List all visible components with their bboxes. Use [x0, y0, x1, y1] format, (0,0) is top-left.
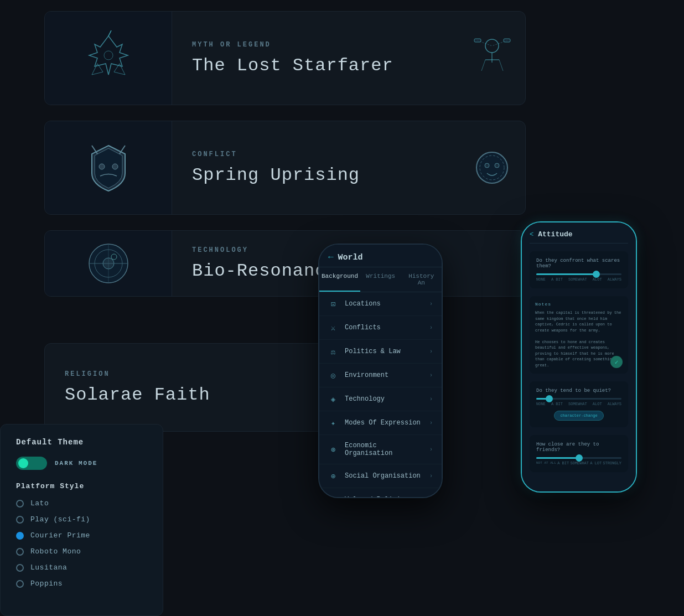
religion-area: RELIGION Solarae Faith [44, 343, 360, 432]
attitude-section-1: Do they confront what scares them? NONEA… [530, 251, 628, 288]
font-label-play: Play (sci-fi) [30, 515, 90, 524]
notes-text: When the capital is threatened by the sa… [535, 310, 623, 368]
card-content-religion: RELIGION Solarae Faith [45, 355, 359, 421]
menu-economic[interactable]: ⊛ Economic Organisation › [319, 435, 442, 464]
svg-line-1 [108, 30, 111, 36]
menu-economic-text: Economic Organisation [345, 442, 423, 457]
arrow-icon-5: › [429, 396, 433, 402]
slider-labels-1: NONEA BITSOMEWHATALOTALWAYS [536, 277, 621, 282]
slider-track-1[interactable] [536, 273, 621, 275]
attitude-section-2: Do they tend to be quiet? NONEA BITSOMEW… [530, 381, 628, 427]
font-option-courier[interactable]: Courier Prime [16, 531, 147, 540]
conflicts-icon: ⚔ [328, 323, 338, 333]
radio-courier[interactable] [16, 532, 24, 540]
card-right-icon-myth [459, 12, 525, 105]
arrow-icon-2: › [429, 325, 433, 331]
svg-point-16 [476, 152, 507, 183]
menu-modes[interactable]: ✦ Modes Of Expression › [319, 411, 442, 435]
back-arrow-icon[interactable]: ← [328, 252, 334, 262]
arrow-icon-6: › [429, 420, 433, 426]
slider-fill-3 [536, 457, 579, 459]
radio-roboto[interactable] [16, 548, 24, 556]
font-option-poppins[interactable]: Poppins [16, 579, 147, 588]
card-content-conflict: CONFLICT Spring Uprising [172, 135, 459, 201]
question-3: How close are they to friends? [536, 442, 621, 453]
font-label-roboto: Roboto Mono [30, 547, 81, 556]
phone-world-title: World [338, 253, 363, 262]
technology-icon: ◈ [328, 394, 338, 404]
menu-technology[interactable]: ◈ Technology › [319, 387, 442, 411]
phone-header-left: ← World [319, 245, 442, 267]
slider-thumb-1[interactable] [593, 271, 600, 278]
menu-social[interactable]: ⊕ Social Organisation › [319, 464, 442, 488]
font-option-play[interactable]: Play (sci-fi) [16, 515, 147, 524]
font-option-lato[interactable]: Lato [16, 499, 147, 508]
slider-thumb-2[interactable] [546, 395, 553, 402]
arrow-icon-9: › [429, 497, 433, 499]
slider-thumb-3[interactable] [576, 454, 583, 462]
attitude-title: Attitude [538, 230, 572, 239]
card-myth-legend[interactable]: MYTH OR LEGEND The Lost Starfarer [44, 11, 526, 105]
menu-modes-text: Modes Of Expression [345, 419, 423, 427]
card-title-conflict: Spring Uprising [192, 165, 439, 185]
svg-point-18 [485, 163, 489, 168]
phone-right: < Attitude Do they confront what scares … [521, 221, 637, 493]
menu-locations[interactable]: ⊡ Locations › [319, 292, 442, 316]
font-label-poppins: Poppins [30, 579, 63, 588]
right-back-arrow[interactable]: < [530, 231, 533, 239]
menu-conflicts[interactable]: ⚔ Conflicts › [319, 316, 442, 340]
social-icon: ⊕ [328, 471, 338, 481]
tab-history[interactable]: History An [401, 267, 442, 292]
menu-environment[interactable]: ◎ Environment › [319, 364, 442, 387]
card-category-religion: RELIGION [65, 370, 339, 378]
character-change-button[interactable]: character-change [554, 411, 603, 421]
font-option-lusitana[interactable]: Lusitana [16, 563, 147, 572]
radio-lusitana[interactable] [16, 564, 24, 572]
phone-screen-left: ← World Background Writings History An ⊡… [319, 245, 442, 497]
attitude-section-3: How close are they to friends? NOT AT AL… [530, 435, 628, 472]
arrow-icon-8: › [429, 473, 433, 479]
arrow-icon-3: › [429, 349, 433, 355]
cards-area: MYTH OR LEGEND The Lost Starfarer [44, 11, 526, 312]
card-religion[interactable]: RELIGION Solarae Faith [44, 343, 360, 432]
menu-conflicts-text: Conflicts [345, 324, 423, 332]
card-title-myth: The Lost Starfarer [192, 55, 439, 76]
menu-technology-text: Technology [345, 395, 423, 403]
settings-title: Default Theme [16, 438, 147, 447]
radio-lato[interactable] [16, 500, 24, 508]
arrow-icon: › [429, 301, 433, 307]
politics-icon: ⚖ [328, 346, 338, 356]
tab-writings[interactable]: Writings [360, 267, 401, 292]
card-right-icon-conflict [459, 121, 525, 214]
slider-labels-3: NOT AT ALLA BITSOMEWHATA LOTSTRONGLY [536, 461, 621, 465]
modes-icon: ✦ [328, 418, 338, 428]
tab-background[interactable]: Background [319, 267, 360, 292]
slider-track-2[interactable] [536, 398, 621, 400]
card-category-conflict: CONFLICT [192, 151, 439, 158]
svg-point-15 [112, 164, 118, 169]
font-option-roboto[interactable]: Roboto Mono [16, 547, 147, 556]
dark-mode-toggle[interactable] [16, 457, 47, 470]
settings-panel: Default Theme DARK MODE Platform Style L… [0, 424, 163, 616]
card-icon-myth [45, 12, 172, 105]
font-label-lato: Lato [30, 499, 49, 508]
economic-icon: ⊛ [328, 444, 338, 454]
card-icon-conflict [45, 121, 172, 214]
card-technology[interactable]: TECHNOLOGY Bio-Resonance No [44, 230, 526, 297]
card-conflict[interactable]: CONFLICT Spring Uprising [44, 121, 526, 215]
slider-track-3[interactable] [536, 457, 621, 459]
radio-play[interactable] [16, 516, 24, 524]
menu-environment-text: Environment [345, 371, 423, 379]
svg-rect-12 [474, 39, 481, 42]
phone-tabs: Background Writings History An [319, 267, 442, 292]
phone-menu-list: ⊡ Locations › ⚔ Conflicts › ⚖ Politics &… [319, 292, 442, 498]
menu-politics[interactable]: ⚖ Politics & Law › [319, 340, 442, 364]
toggle-knob [18, 458, 28, 468]
right-phone-header: < Attitude [530, 230, 628, 244]
dark-mode-label: DARK MODE [55, 460, 97, 467]
menu-value[interactable]: ◇ Value / Religion › [319, 488, 442, 498]
radio-poppins[interactable] [16, 580, 24, 588]
card-category-myth: MYTH OR LEGEND [192, 41, 439, 49]
question-2: Do they tend to be quiet? [536, 388, 621, 394]
svg-point-5 [485, 39, 499, 53]
